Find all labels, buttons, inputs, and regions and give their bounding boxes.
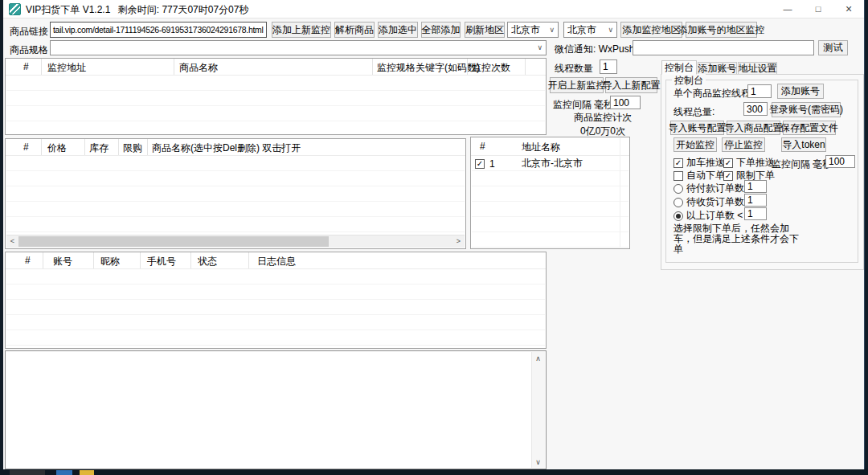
column-header[interactable]: 商品名称 [179, 61, 218, 75]
test-button[interactable]: 测试 [818, 40, 848, 55]
column-header[interactable]: 状态 [198, 255, 217, 268]
console-group-title: 控制台 [672, 74, 706, 88]
column-header[interactable]: 账号 [53, 255, 72, 268]
tab-console[interactable]: 控制台 [661, 60, 697, 75]
auto-order-checkbox[interactable]: 自动下单 [674, 169, 725, 182]
product-table: # 价格 库存 限购 商品名称(选中按Del删除) 双击打开 < > [5, 138, 466, 249]
column-header[interactable]: 库存 [89, 141, 108, 155]
thread-count-input[interactable]: 1 [600, 59, 617, 74]
scroll-down-icon[interactable]: ∨ [532, 456, 544, 468]
monitor-table: # 监控地址 商品名称 监控规格关键字(如码数) 监控次数 [5, 58, 547, 135]
login-account-button[interactable]: 登录账号(需密码) [772, 102, 841, 117]
tab-address-settings[interactable]: 地址设置 [738, 62, 777, 75]
panel-interval-input[interactable]: 100 [825, 155, 855, 168]
taskbar-icon[interactable] [56, 470, 72, 475]
monitor-interval-input[interactable]: 100 [610, 96, 641, 109]
add-account-region-monitor-button[interactable]: 添加账号的地区监控 [686, 22, 757, 38]
save-config-file-button[interactable]: 保存配置文件 [783, 121, 836, 135]
address-table: # 地址名称 ✓ 1 北京市-北京市 [470, 137, 630, 249]
pending-payment-input[interactable]: 1 [744, 180, 767, 193]
radio-on-icon [674, 211, 683, 221]
column-header[interactable]: 地址名称 [522, 141, 560, 154]
add-account-button[interactable]: 添加账号 [777, 84, 824, 99]
per-product-thread-input[interactable]: 1 [747, 84, 772, 98]
above-orders-input[interactable]: 1 [744, 207, 767, 220]
address-row[interactable]: ✓ 1 北京市-北京市 [471, 156, 628, 171]
column-separator [525, 59, 526, 75]
close-button[interactable]: × [833, 0, 864, 18]
start-new-monitor-button[interactable]: 开启上新监控 [550, 77, 604, 93]
column-header[interactable]: # [25, 255, 31, 266]
province-select-value: 北京市 [511, 23, 540, 37]
scroll-up-icon[interactable]: ∧ [532, 352, 544, 364]
start-monitor-button[interactable]: 开始监控 [674, 137, 717, 152]
taskbar-icon[interactable] [10, 470, 45, 475]
column-header[interactable]: 商品名称(选中按Del删除) 双击打开 [152, 141, 301, 155]
checkbox-checked-icon: ✓ [723, 158, 733, 168]
address-row-name: 北京市-北京市 [522, 157, 583, 170]
checkbox-checked-icon[interactable]: ✓ [475, 159, 485, 169]
taskbar [0, 469, 868, 475]
account-table-body [6, 269, 545, 347]
column-separator [174, 59, 174, 75]
maximize-icon: □ [816, 4, 821, 14]
total-thread-input[interactable]: 300 [743, 102, 768, 116]
account-table-header: # 账号 昵称 手机号 状态 日志信息 [6, 252, 546, 269]
column-separator [41, 59, 42, 75]
add-selected-button[interactable]: 添加选中 [378, 22, 418, 38]
column-header[interactable]: # [23, 141, 29, 153]
import-product-config-button[interactable]: 导入商品配置 [727, 121, 780, 135]
column-header[interactable]: # [480, 141, 485, 152]
province-select[interactable]: 北京市 ∨ [507, 22, 559, 38]
column-header[interactable]: # [23, 61, 29, 72]
parse-product-button[interactable]: 解析商品 [334, 22, 375, 38]
refresh-region-button[interactable]: 刷新地区 [465, 22, 505, 38]
log-box[interactable]: ∧ ∨ [5, 350, 547, 469]
column-header[interactable]: 价格 [47, 141, 67, 155]
column-header[interactable]: 手机号 [147, 255, 176, 268]
above-orders-radio[interactable]: 以上订单数 < [674, 209, 743, 223]
product-link-input[interactable]: tail.vip.com/detail-1711194526-691953173… [50, 22, 267, 38]
hscrollbar-thumb[interactable] [18, 236, 329, 247]
import-new-config-button[interactable]: 导入上新配置 [605, 77, 657, 93]
monitor-table-header: # 监控地址 商品名称 监控规格关键字(如码数) 监控次数 [6, 59, 546, 76]
pending-receipt-input[interactable]: 1 [744, 194, 767, 207]
wechat-token-input[interactable] [633, 40, 814, 55]
import-token-button[interactable]: 导入token [781, 137, 826, 152]
order-push-checkbox[interactable]: ✓ 下单推送 [723, 156, 775, 170]
column-header[interactable]: 日志信息 [257, 255, 296, 268]
log-vscrollbar[interactable]: ∧ ∨ [531, 352, 545, 468]
remaining-time: 剩余时间: 777天07时07分07秒 [118, 4, 249, 15]
desktop-background: { "icons": { "chevron_down": "∨", "check… [0, 0, 868, 475]
pending-payment-radio[interactable]: 待付款订单数 < [674, 182, 752, 195]
taskbar-icon[interactable] [80, 470, 94, 475]
add-all-button[interactable]: 全部添加 [421, 22, 461, 38]
scroll-left-icon[interactable]: < [6, 235, 18, 247]
column-separator [190, 252, 191, 268]
minimize-button[interactable]: — [772, 0, 803, 18]
column-header[interactable]: 监控次数 [472, 61, 510, 75]
add-new-monitor-button[interactable]: 添加上新监控 [272, 22, 331, 38]
tab-add-account[interactable]: 添加账号 [698, 62, 737, 75]
column-header[interactable]: 昵称 [100, 255, 120, 268]
stop-monitor-button[interactable]: 停止监控 [722, 137, 765, 152]
city-select[interactable]: 北京市 ∨ [563, 22, 617, 38]
chevron-down-icon: ∨ [608, 27, 613, 34]
column-separator [372, 59, 373, 75]
total-thread-label: 线程总量: [674, 105, 714, 119]
app-window: VIP扫货下单 V1.2.1 剩余时间: 777天07时07分07秒 — □ ×… [3, 0, 865, 469]
scroll-right-icon[interactable]: > [452, 235, 465, 247]
product-table-hscrollbar[interactable]: < > [6, 235, 465, 248]
maximize-button[interactable]: □ [803, 0, 833, 18]
add-monitor-region-button[interactable]: 添加监控地区 [620, 22, 682, 38]
import-account-config-button[interactable]: 导入账号配置 [670, 121, 724, 135]
spec-combobox[interactable]: ∨ [50, 40, 547, 55]
cart-push-checkbox[interactable]: ✓ 加车推送 [674, 156, 725, 170]
column-header[interactable]: 监控规格关键字(如码数) [377, 61, 480, 75]
app-title: VIP扫货下单 V1.2.1 [26, 4, 110, 15]
thread-count-label: 线程数量 [555, 62, 593, 76]
pending-receipt-radio[interactable]: 待收货订单数 < [674, 195, 752, 209]
monitor-table-body [6, 76, 545, 133]
column-header[interactable]: 监控地址 [47, 61, 86, 75]
column-header[interactable]: 限购 [123, 141, 142, 155]
